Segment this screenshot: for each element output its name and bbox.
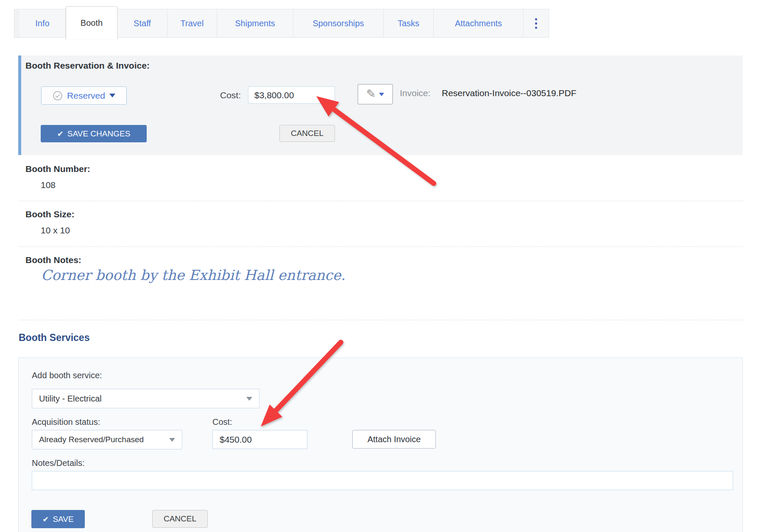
booth-services-panel: Add booth service: Utility - Electrical …	[18, 357, 743, 532]
save-changes-button[interactable]: ✔ SAVE CHANGES	[41, 125, 147, 142]
booth-number-value: 108	[41, 180, 56, 190]
status-label: Reserved	[67, 91, 105, 101]
check-icon: ✔	[57, 129, 64, 139]
reservation-cancel-button[interactable]: CANCEL	[279, 125, 335, 142]
tab-tasks[interactable]: Tasks	[384, 9, 434, 38]
tab-travel[interactable]: Travel	[167, 9, 217, 38]
service-cancel-button[interactable]: CANCEL	[152, 510, 208, 528]
service-select[interactable]: Utility - Electrical	[32, 389, 259, 408]
service-cost-input[interactable]	[212, 430, 307, 449]
pencil-icon: ✎	[366, 89, 376, 100]
check-icon: ✔	[42, 515, 49, 524]
section-title: Booth Reservation & Invoice:	[25, 61, 150, 71]
acquisition-status-value: Already Reserved/Purchased	[39, 435, 144, 444]
tab-attachments[interactable]: Attachments	[434, 9, 524, 38]
acquisition-status-select[interactable]: Already Reserved/Purchased	[32, 430, 182, 449]
divider	[18, 247, 743, 247]
edit-invoice-dropdown-button[interactable]: ✎	[357, 84, 393, 105]
tab-booth[interactable]: Booth	[66, 6, 117, 39]
add-booth-service-label: Add booth service:	[32, 371, 102, 380]
attach-invoice-button[interactable]: Attach Invoice	[352, 430, 436, 449]
divider	[18, 201, 743, 201]
invoice-label: Invoice:	[400, 88, 430, 98]
booth-tab-page: Info Booth Staff Travel Shipments Sponso…	[0, 0, 761, 532]
save-changes-label: SAVE CHANGES	[67, 129, 131, 139]
section-divider	[18, 320, 743, 320]
booth-reservation-section: Booth Reservation & Invoice: Reserved Co…	[18, 55, 743, 155]
booth-number-label: Booth Number:	[25, 164, 90, 174]
service-save-button[interactable]: ✔ SAVE	[31, 510, 85, 528]
chevron-down-icon	[169, 438, 175, 442]
service-select-value: Utility - Electrical	[39, 394, 102, 404]
reservation-status-dropdown[interactable]: Reserved	[41, 86, 127, 105]
service-save-label: SAVE	[53, 515, 73, 524]
cost-label: Cost:	[220, 90, 241, 100]
service-cost-label: Cost:	[212, 417, 232, 427]
booth-size-value: 10 x 10	[41, 225, 70, 236]
tab-edge-sliver	[14, 9, 20, 38]
tab-bar: Info Booth Staff Travel Shipments Sponso…	[14, 9, 549, 38]
booth-services-heading: Booth Services	[19, 332, 89, 344]
invoice-filename: Reservation-Invoice--030519.PDF	[442, 88, 576, 98]
chevron-down-icon	[246, 397, 252, 401]
chevron-down-icon	[109, 94, 115, 97]
tabs-overflow-button[interactable]	[524, 9, 549, 38]
booth-notes-label: Booth Notes:	[25, 255, 81, 265]
reservation-cost-input[interactable]	[248, 86, 335, 104]
notes-details-input[interactable]	[32, 471, 733, 490]
tab-info[interactable]: Info	[20, 9, 66, 38]
notes-details-label: Notes/Details:	[32, 458, 85, 468]
chevron-down-icon	[379, 93, 384, 96]
acquisition-status-label: Acquisition status:	[32, 417, 100, 427]
tab-sponsorships[interactable]: Sponsorships	[293, 9, 384, 38]
booth-size-label: Booth Size:	[25, 209, 75, 219]
tab-shipments[interactable]: Shipments	[217, 9, 293, 38]
booth-notes-value: Corner booth by the Exhibit Hall entranc…	[41, 267, 346, 283]
circle-check-icon	[53, 91, 63, 101]
tab-staff[interactable]: Staff	[117, 9, 167, 38]
kebab-vertical-icon	[535, 18, 537, 29]
section-accent-bar	[18, 55, 21, 155]
